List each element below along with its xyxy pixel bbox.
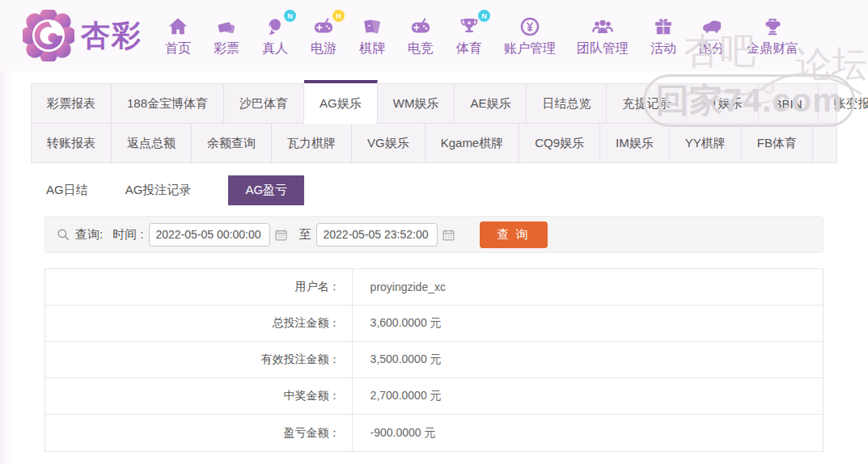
calendar-icon[interactable] <box>274 228 288 242</box>
row-value: proyingzide_xc <box>353 269 446 305</box>
primary-tab[interactable]: CQ9娱乐 <box>519 124 600 162</box>
row-value: 3,600.0000 元 <box>353 306 442 341</box>
nav-item-label: 首页 <box>165 40 191 57</box>
home-icon <box>164 14 192 38</box>
nav-item[interactable]: 彩票 <box>202 14 251 57</box>
row-label: 总投注金额： <box>45 306 353 341</box>
time-label: 时间 : <box>112 227 143 243</box>
table-row: 有效投注金额：3,500.0000 元 <box>45 342 823 378</box>
primary-tab[interactable]: 188金宝博体育 <box>112 84 224 123</box>
trophy-icon: N <box>455 14 483 38</box>
primary-tab[interactable]: PT娱乐 <box>687 84 758 123</box>
nav-item-label: 电游 <box>311 40 337 57</box>
content-panel: AG日结AG投注记录AG盈亏 查询: 时间 : 至 查 询 用户名：proyin… <box>31 163 837 452</box>
query-button[interactable]: 查 询 <box>480 221 548 248</box>
person-icon: N <box>261 14 289 38</box>
rhino-icon <box>698 14 726 38</box>
primary-tab[interactable]: 日结总览 <box>527 84 607 123</box>
row-value: 2,700.0000 元 <box>353 378 442 414</box>
primary-tab[interactable]: 彩票报表 <box>32 84 112 123</box>
table-row: 盈亏金额：-900.0000 元 <box>45 415 823 451</box>
nav-item[interactable]: 首页 <box>154 14 202 57</box>
nav-item-label: 真人 <box>262 40 288 57</box>
ag-subtab[interactable]: AG日结 <box>46 183 88 198</box>
nav-item[interactable]: N体育 <box>445 14 493 57</box>
primary-tab[interactable]: 瓦力棋牌 <box>272 124 352 162</box>
row-label: 盈亏金额： <box>45 415 353 451</box>
nav-item[interactable]: 团队管理 <box>566 14 639 57</box>
primary-tab[interactable]: 余额查询 <box>192 124 272 162</box>
nav-menu: 首页彩票N真人H电游棋牌电竞N体育账户管理团队管理活动跑分金鼎财富 <box>154 14 809 57</box>
nav-item-label: 团队管理 <box>577 40 629 57</box>
badge: N <box>478 10 490 22</box>
nav-item[interactable]: 跑分 <box>688 14 736 57</box>
nav-item[interactable]: N真人 <box>251 14 299 57</box>
ag-subtab[interactable]: AG投注记录 <box>125 183 192 198</box>
gamepad-icon: H <box>310 14 337 38</box>
primary-tab[interactable]: WM娱乐 <box>378 84 455 123</box>
primary-tab[interactable]: 转账报表 <box>32 124 112 162</box>
report-tabs-panel: 彩票报表188金宝博体育沙巴体育AG娱乐WM娱乐AE娱乐日结总览充提记录PT娱乐… <box>31 83 837 163</box>
nav-item-label: 体育 <box>456 40 482 57</box>
gamepad-icon <box>407 14 434 38</box>
primary-tab[interactable]: FB体育 <box>742 124 813 162</box>
nav-item[interactable]: 电竞 <box>396 14 445 57</box>
table-row: 用户名：proyingzide_xc <box>45 269 823 306</box>
primary-tab[interactable]: VG娱乐 <box>352 124 426 162</box>
to-label: 至 <box>299 227 311 243</box>
tab-row-1: 彩票报表188金宝博体育沙巴体育AG娱乐WM娱乐AE娱乐日结总览充提记录PT娱乐… <box>32 84 836 124</box>
primary-tab[interactable]: 充提记录 <box>607 84 687 123</box>
nav-item-label: 彩票 <box>214 40 239 57</box>
primary-tab[interactable]: 沙巴体育 <box>224 84 304 123</box>
profit-loss-table: 用户名：proyingzide_xc总投注金额：3,600.0000 元有效投注… <box>44 268 824 452</box>
top-navigation: 杏彩 首页彩票N真人H电游棋牌电竞N体育账户管理团队管理活动跑分金鼎财富 <box>0 0 868 71</box>
nav-item-label: 棋牌 <box>359 40 385 57</box>
tab-row-2: 转账报表返点总额余额查询瓦力棋牌VG娱乐Kgame棋牌CQ9娱乐IM娱乐YY棋牌… <box>32 124 836 162</box>
nav-item[interactable]: H电游 <box>299 14 348 57</box>
ag-subtab[interactable]: AG盈亏 <box>228 175 304 205</box>
badge: H <box>332 10 345 22</box>
flower-logo-icon <box>23 10 74 61</box>
table-row: 中奖金额：2,700.0000 元 <box>45 378 823 415</box>
table-row: 总投注金额：3,600.0000 元 <box>45 306 823 342</box>
ag-subtabs: AG日结AG投注记录AG盈亏 <box>44 175 824 205</box>
brand-logo[interactable]: 杏彩 <box>23 10 142 61</box>
nav-item-label: 账户管理 <box>504 40 556 57</box>
primary-tab[interactable]: YY棋牌 <box>670 124 742 162</box>
tickets-icon <box>213 14 240 38</box>
row-value: 3,500.0000 元 <box>353 342 442 378</box>
nav-item[interactable]: 棋牌 <box>348 14 396 57</box>
row-label: 有效投注金额： <box>45 342 353 378</box>
primary-tab[interactable]: 返点总额 <box>112 124 192 162</box>
nav-item-label: 活动 <box>650 40 676 57</box>
primary-tab[interactable]: AE娱乐 <box>455 84 527 123</box>
coin-icon <box>516 14 544 38</box>
nav-item-label: 电竞 <box>408 40 434 57</box>
start-time-input[interactable] <box>149 223 270 247</box>
end-time-input[interactable] <box>316 223 438 247</box>
page-left-tint <box>0 71 11 464</box>
team-icon <box>589 14 616 38</box>
query-label: 查询: <box>75 227 103 243</box>
badge: N <box>284 10 296 22</box>
gift-icon <box>650 14 677 38</box>
nav-item-label: 跑分 <box>699 40 725 57</box>
nav-item[interactable]: 金鼎财富 <box>736 14 809 57</box>
primary-tab[interactable]: IM娱乐 <box>600 124 670 162</box>
calendar-icon[interactable] <box>442 228 455 242</box>
cards-icon <box>358 14 386 38</box>
row-label: 中奖金额： <box>45 378 353 414</box>
row-value: -900.0000 元 <box>353 415 436 451</box>
primary-tab[interactable]: BBIN <box>759 84 819 123</box>
brand-name: 杏彩 <box>81 16 142 56</box>
primary-tab[interactable]: AG娱乐 <box>304 80 378 124</box>
primary-tab[interactable]: Kgame棋牌 <box>426 124 520 162</box>
nav-item[interactable]: 账户管理 <box>493 14 566 57</box>
nav-item[interactable]: 活动 <box>639 14 688 57</box>
search-icon <box>56 227 70 242</box>
row-label: 用户名： <box>45 269 353 305</box>
search-panel: 查询: 时间 : 至 查 询 <box>44 216 824 253</box>
urn-icon <box>759 14 786 38</box>
primary-tab[interactable]: 账变报表 <box>819 84 868 123</box>
nav-item-label: 金鼎财富 <box>747 40 798 57</box>
